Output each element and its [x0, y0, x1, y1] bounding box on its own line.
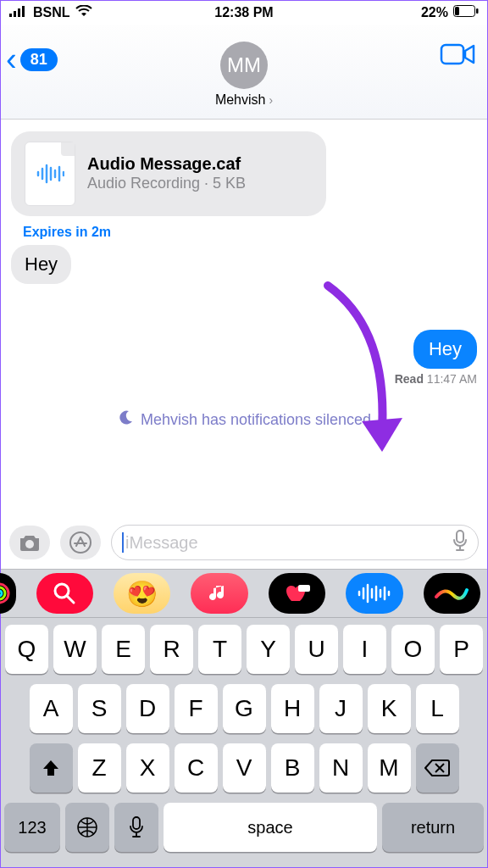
svg-point-15 — [25, 540, 34, 548]
globe-icon — [76, 816, 98, 838]
notifications-silenced-row[interactable]: Mehvish has notifications silenced — [11, 409, 477, 431]
silenced-label: Mehvish has notifications silenced — [141, 411, 371, 429]
shift-key[interactable] — [30, 743, 73, 793]
numeric-key[interactable]: 123 — [4, 803, 60, 852]
svg-rect-5 — [455, 7, 459, 15]
key-y[interactable]: Y — [247, 625, 290, 674]
backspace-icon — [424, 759, 450, 777]
mic-icon[interactable] — [452, 530, 468, 556]
svg-rect-7 — [441, 45, 463, 64]
key-t[interactable]: T — [198, 625, 241, 674]
svg-line-22 — [67, 596, 74, 603]
digital-touch-app-icon[interactable] — [269, 573, 325, 614]
messages-screen: BSNL 12:38 PM 22% ‹ 81 MM Mehvish › — [0, 0, 488, 868]
key-q[interactable]: Q — [5, 625, 48, 674]
battery-pct-label: 22% — [421, 5, 448, 20]
key-z[interactable]: Z — [78, 743, 121, 793]
audio-message-app-icon[interactable] — [346, 573, 402, 614]
key-n[interactable]: N — [319, 743, 363, 793]
svg-rect-1 — [14, 11, 16, 17]
key-k[interactable]: K — [368, 684, 411, 733]
svg-rect-33 — [133, 817, 140, 829]
status-bar: BSNL 12:38 PM 22% — [1, 1, 487, 25]
contact-avatar[interactable]: MM — [220, 42, 268, 89]
find-app-icon[interactable] — [36, 573, 93, 614]
key-x[interactable]: X — [126, 743, 169, 793]
key-p[interactable]: P — [440, 625, 483, 674]
message-input[interactable]: iMessage — [111, 525, 479, 560]
keyboard-row-4: 123 space return — [4, 803, 484, 852]
app-store-icon — [69, 531, 92, 554]
svg-rect-2 — [18, 8, 20, 17]
key-d[interactable]: D — [126, 684, 169, 733]
contact-name-button[interactable]: Mehvish › — [215, 92, 273, 108]
chevron-right-icon: › — [269, 93, 273, 107]
digital-draw-app-icon[interactable] — [424, 573, 480, 614]
wifi-icon — [75, 5, 92, 20]
key-s[interactable]: S — [78, 684, 121, 733]
key-v[interactable]: V — [223, 743, 266, 793]
key-o[interactable]: O — [391, 625, 435, 674]
expires-label: Expires in 2m — [23, 225, 477, 240]
key-w[interactable]: W — [53, 625, 97, 674]
cellular-signal-icon — [9, 5, 28, 20]
text-cursor — [122, 532, 124, 553]
key-j[interactable]: J — [319, 684, 363, 733]
app-store-button[interactable] — [60, 526, 101, 559]
activity-app-icon[interactable] — [0, 573, 16, 614]
mic-icon — [129, 816, 144, 838]
memoji-app-icon[interactable]: 😍 — [114, 573, 170, 614]
svg-point-20 — [0, 591, 2, 596]
globe-key[interactable] — [65, 803, 109, 852]
backspace-key[interactable] — [416, 743, 459, 793]
key-m[interactable]: M — [368, 743, 411, 793]
key-b[interactable]: B — [271, 743, 314, 793]
key-g[interactable]: G — [223, 684, 266, 733]
outgoing-message-bubble[interactable]: Hey — [413, 330, 477, 369]
annotation-arrow — [319, 277, 421, 464]
video-camera-icon — [440, 42, 477, 67]
imessage-app-strip[interactable]: 😍 — [1, 569, 487, 618]
keyboard-row-1: QWERTYUIOP — [4, 625, 484, 674]
key-l[interactable]: L — [416, 684, 459, 733]
conversation-header: ‹ 81 MM Mehvish › — [1, 25, 487, 120]
facetime-button[interactable] — [440, 42, 477, 70]
incoming-message-bubble[interactable]: Hey — [11, 245, 71, 284]
read-receipt: Read 11:47 AM — [11, 372, 477, 386]
message-placeholder: iMessage — [125, 533, 198, 553]
key-r[interactable]: R — [150, 625, 193, 674]
key-e[interactable]: E — [102, 625, 145, 674]
attachment-title: Audio Message.caf — [87, 154, 246, 174]
attachment-meta: Audio Recording · 5 KB — [87, 174, 246, 193]
shift-icon — [41, 758, 61, 778]
svg-rect-0 — [9, 14, 12, 17]
key-i[interactable]: I — [343, 625, 386, 674]
key-u[interactable]: U — [295, 625, 338, 674]
return-key[interactable]: return — [382, 803, 484, 852]
music-app-icon[interactable] — [191, 573, 247, 614]
moon-icon — [117, 409, 134, 431]
svg-rect-23 — [298, 585, 310, 592]
unread-count-badge: 81 — [20, 48, 58, 71]
keyboard: QWERTYUIOP ASDFGHJKL ZXCVBNM 123 space r… — [1, 618, 487, 867]
camera-button[interactable] — [9, 526, 50, 559]
key-a[interactable]: A — [30, 684, 73, 733]
compose-bar: iMessage — [1, 518, 487, 569]
keyboard-row-3: ZXCVBNM — [4, 743, 484, 793]
carrier-label: BSNL — [33, 5, 70, 20]
audio-file-icon — [25, 142, 75, 206]
contact-name-label: Mehvish — [215, 92, 266, 108]
clock-label: 12:38 PM — [214, 5, 273, 20]
conversation-thread[interactable]: Audio Message.caf Audio Recording · 5 KB… — [1, 120, 487, 518]
audio-attachment-bubble[interactable]: Audio Message.caf Audio Recording · 5 KB — [11, 131, 326, 216]
camera-icon — [18, 533, 42, 552]
svg-rect-3 — [22, 6, 25, 17]
back-button[interactable]: ‹ 81 — [6, 43, 58, 75]
key-h[interactable]: H — [271, 684, 314, 733]
keyboard-row-2: ASDFGHJKL — [4, 684, 484, 733]
chevron-left-icon: ‹ — [6, 43, 17, 75]
dictation-key[interactable] — [114, 803, 158, 852]
key-c[interactable]: C — [175, 743, 218, 793]
key-f[interactable]: F — [175, 684, 218, 733]
space-key[interactable]: space — [164, 803, 377, 852]
